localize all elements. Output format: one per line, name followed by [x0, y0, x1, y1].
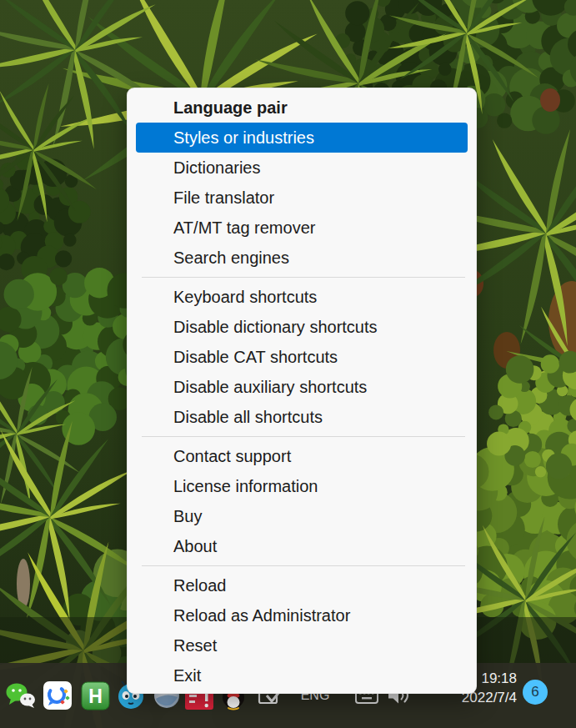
menu-item-about[interactable]: About [136, 531, 468, 561]
menu-separator [142, 436, 465, 437]
menu-item-dictionaries[interactable]: Dictionaries [136, 153, 468, 183]
desktop: H [0, 0, 576, 728]
menu-item-language-pair[interactable]: Language pair [136, 93, 468, 123]
wechat-work-icon[interactable] [43, 680, 73, 710]
menu-item-disable-all-shortcuts[interactable]: Disable all shortcuts [136, 402, 468, 432]
menu-separator [142, 565, 465, 566]
menu-item-reset[interactable]: Reset [136, 630, 468, 660]
menu-item-styles-or-industries[interactable]: Styles or industries [136, 123, 468, 153]
menu-item-reload[interactable]: Reload [136, 570, 468, 600]
menu-item-search-engines[interactable]: Search engines [136, 243, 468, 273]
menu-item-file-translator[interactable]: File translator [136, 183, 468, 213]
tray-context-menu: Language pair Styles or industries Dicti… [127, 88, 477, 694]
menu-item-contact-support[interactable]: Contact support [136, 441, 468, 471]
menu-item-disable-dictionary-shortcuts[interactable]: Disable dictionary shortcuts [136, 312, 468, 342]
menu-item-exit[interactable]: Exit [136, 660, 468, 690]
h-app-icon[interactable]: H [80, 680, 110, 710]
menu-item-reload-as-administrator[interactable]: Reload as Administrator [136, 600, 468, 630]
svg-text:H: H [88, 685, 103, 706]
notification-badge[interactable]: 6 [523, 680, 548, 705]
menu-item-buy[interactable]: Buy [136, 501, 468, 531]
menu-item-at-mt-tag-remover[interactable]: AT/MT tag remover [136, 213, 468, 243]
wechat-icon[interactable] [6, 680, 36, 710]
menu-item-license-information[interactable]: License information [136, 471, 468, 501]
menu-item-keyboard-shortcuts[interactable]: Keyboard shortcuts [136, 282, 468, 312]
menu-item-disable-cat-shortcuts[interactable]: Disable CAT shortcuts [136, 342, 468, 372]
menu-item-disable-auxiliary-shortcuts[interactable]: Disable auxiliary shortcuts [136, 372, 468, 402]
menu-separator [142, 277, 465, 278]
